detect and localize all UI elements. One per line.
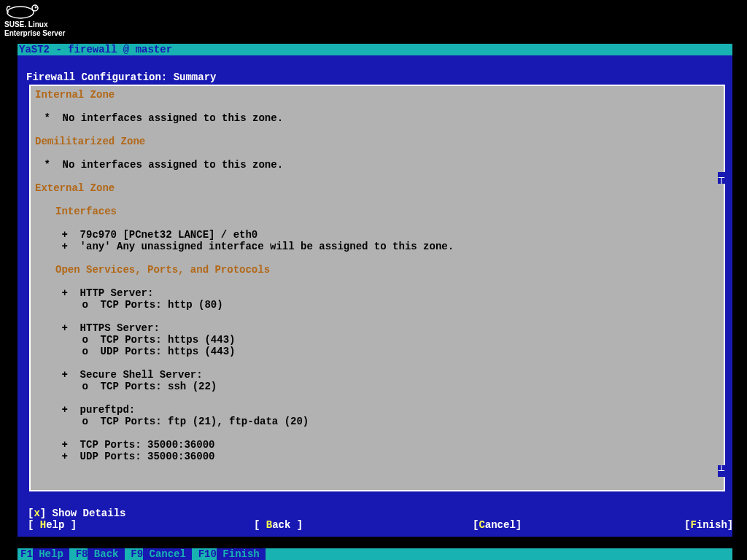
main-panel: Firewall Configuration: Summary ┬ ┴ Inte… — [18, 55, 732, 537]
scroll-indicator-top[interactable]: ┬ — [718, 172, 725, 184]
service-https-tcp: o TCP Ports: https (443) — [76, 334, 719, 346]
zone-internal-line: * No interfaces assigned to this zone. — [38, 112, 719, 124]
finish-button[interactable]: [Finish] — [684, 519, 733, 531]
service-ssh-tcp: o TCP Ports: ssh (22) — [76, 381, 719, 392]
interfaces-header: Interfaces — [55, 206, 719, 217]
suse-logo: SUSE. Linux Enterprise Server — [4, 1, 65, 38]
help-button[interactable]: [ Help ] — [28, 519, 254, 531]
f8-key[interactable]: F8 Back — [76, 548, 125, 560]
function-key-bar: F1 Help F8 Back F9 Cancel F10 Finish — [18, 548, 732, 560]
f9-key[interactable]: F9 Cancel — [131, 548, 192, 560]
service-pureftpd-tcp: o TCP Ports: ftp (21), ftp-data (20) — [76, 416, 719, 427]
svg-point-0 — [7, 7, 34, 18]
service-http-tcp: o TCP Ports: http (80) — [76, 299, 719, 311]
f10-key[interactable]: F10 Finish — [198, 548, 266, 560]
checkbox-label: ] Show Details — [40, 508, 126, 519]
services-header: Open Services, Ports, and Protocols — [55, 264, 719, 276]
checkbox-mark: x — [34, 508, 39, 519]
tcp-port-range: + TCP Ports: 35000:36000 — [55, 439, 719, 451]
service-https-udp: o UDP Ports: https (443) — [76, 346, 719, 357]
service-ssh: + Secure Shell Server: — [55, 369, 719, 381]
window-title: YaST2 - firewall @ master — [19, 44, 172, 55]
interface-any: + 'any' Any unassigned interface will be… — [55, 241, 719, 252]
zone-dmz-line: * No interfaces assigned to this zone. — [38, 159, 719, 171]
page-title: Firewall Configuration: Summary — [26, 71, 216, 83]
interface-eth0: + 79c970 [PCnet32 LANCE] / eth0 — [55, 229, 719, 241]
zone-external-header: External Zone — [35, 182, 719, 194]
logo-text-1: SUSE. Linux — [4, 20, 65, 29]
zone-dmz-header: Demilitarized Zone — [35, 136, 719, 147]
cancel-button[interactable]: [Cancel] — [473, 519, 684, 531]
chameleon-icon — [4, 1, 45, 19]
zone-internal-header: Internal Zone — [35, 89, 719, 101]
window-titlebar: YaST2 - firewall @ master — [18, 44, 732, 55]
svg-point-2 — [35, 7, 37, 9]
service-pureftpd: + pureftpd: — [55, 404, 719, 416]
f1-key[interactable]: F1 Help — [20, 548, 69, 560]
summary-box: ┬ ┴ Internal Zone * No interfaces assign… — [29, 85, 725, 491]
logo-text-2: Enterprise Server — [4, 29, 65, 38]
scroll-indicator-bottom[interactable]: ┴ — [718, 465, 725, 477]
udp-port-range: + UDP Ports: 35000:36000 — [55, 451, 719, 462]
back-button[interactable]: [ Back ] — [254, 519, 473, 531]
service-https: + HTTPS Server: — [55, 322, 719, 334]
bottom-controls: [x] Show Details [ Help ] [ Back ] [Canc… — [26, 508, 724, 531]
show-details-checkbox[interactable]: [x] Show Details — [28, 508, 724, 519]
service-http: + HTTP Server: — [55, 287, 719, 299]
